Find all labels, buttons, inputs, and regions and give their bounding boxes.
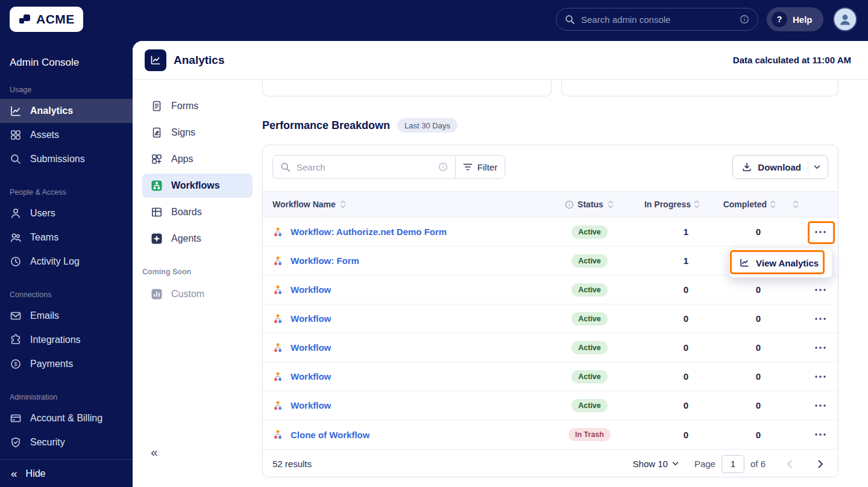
column-header-actions[interactable] (787, 200, 838, 209)
section-label-people: People & Access (10, 188, 123, 196)
row-actions-button[interactable] (811, 310, 829, 327)
workflow-name-link[interactable]: Workflow: Authorize.net Demo Form (291, 227, 447, 237)
sidebar-item-account-billing[interactable]: Account & Billing (0, 406, 133, 430)
hide-label: Hide (26, 468, 46, 479)
sidebar-item-users[interactable]: Users (0, 201, 133, 225)
column-label: Completed (723, 200, 767, 209)
column-label: In Progress (644, 200, 691, 209)
sidebar-hide-button[interactable]: « Hide (0, 459, 133, 487)
section-label-administration: Administration (10, 393, 123, 401)
subnav-item-signs[interactable]: Signs (142, 121, 253, 145)
subnav-item-label: Agents (171, 233, 201, 244)
topbar: ACME ? Help (0, 0, 868, 39)
column-header-completed[interactable]: Completed (710, 200, 787, 209)
user-avatar[interactable] (833, 7, 857, 31)
sidebar-item-assets[interactable]: Assets (0, 123, 133, 147)
subnav-item-boards[interactable]: Boards (142, 200, 253, 224)
chevron-down-icon (672, 462, 679, 466)
table-toolbar: Filter Download (272, 155, 828, 179)
column-header-workflow-name[interactable]: Workflow Name (263, 200, 541, 209)
assets-grid-icon (10, 129, 22, 141)
status-badge: Active (571, 399, 608, 412)
column-header-status[interactable]: Status (541, 200, 638, 209)
sidebar-item-teams[interactable]: Teams (0, 225, 133, 250)
next-page-button[interactable] (813, 456, 828, 472)
page-label: Page (694, 459, 715, 469)
sidebar-item-integrations[interactable]: Integrations (0, 328, 133, 352)
row-actions-button[interactable] (811, 397, 829, 414)
workflow-icon (272, 400, 283, 411)
summary-card-right (561, 80, 838, 96)
sidebar-item-submissions[interactable]: Submissions (0, 147, 133, 171)
sidebar-item-label: Payments (30, 359, 73, 369)
subnav-collapse-button[interactable]: « (151, 445, 158, 459)
filter-label: Filter (477, 162, 497, 172)
row-actions-button[interactable] (811, 224, 829, 240)
info-icon[interactable] (438, 162, 448, 172)
table-row: Clone of Workflow In Trash 0 0 (263, 420, 838, 449)
subnav-item-agents[interactable]: Agents (142, 227, 253, 251)
status-badge: Active (571, 225, 608, 239)
sidebar-item-label: Assets (30, 130, 59, 140)
subnav-item-apps[interactable]: Apps (142, 147, 253, 171)
row-actions-button[interactable] (811, 281, 829, 298)
column-header-in-progress[interactable]: In Progress (638, 200, 710, 209)
info-icon[interactable] (740, 14, 749, 24)
section-title: Performance Breakdown (262, 119, 390, 132)
ellipsis-icon (815, 375, 826, 378)
workflow-name-link[interactable]: Workflow (291, 371, 331, 382)
show-per-page-select[interactable]: Show 10 (633, 459, 679, 469)
row-actions-button[interactable] (811, 339, 829, 356)
workflow-name-link[interactable]: Workflow (291, 342, 331, 353)
previous-page-button[interactable] (781, 456, 797, 472)
sidebar: Admin Console Usage Analytics Assets Sub… (0, 39, 133, 487)
download-label: Download (758, 162, 801, 172)
sidebar-item-label: Account & Billing (30, 413, 102, 424)
help-button[interactable]: ? Help (767, 7, 823, 31)
view-analytics-menu-item[interactable]: View Analytics (733, 252, 828, 274)
admin-search-input[interactable] (581, 14, 734, 25)
dollar-circle-icon: $ (10, 358, 22, 370)
subnav-item-custom: Custom (142, 282, 253, 306)
brand-name: ACME (36, 12, 75, 27)
results-count: 52 results (272, 459, 312, 469)
subnav-item-forms[interactable]: Forms (142, 94, 253, 118)
sidebar-item-label: Submissions (30, 154, 85, 165)
completed-value: 0 (710, 313, 787, 324)
sidebar-item-label: Security (30, 437, 65, 448)
search-icon (10, 153, 22, 165)
workflow-name-link[interactable]: Workflow (291, 313, 331, 324)
table-footer: 52 results Show 10 Page of 6 (263, 449, 838, 478)
sidebar-item-emails[interactable]: Emails (0, 304, 133, 328)
table-row: Workflow Active 0 0 (263, 333, 838, 362)
sidebar-item-security[interactable]: Security (0, 430, 133, 454)
subnav-item-label: Forms (171, 101, 198, 112)
workflow-name-link[interactable]: Workflow (291, 284, 331, 295)
row-actions-button[interactable] (811, 368, 829, 385)
workflow-name-link[interactable]: Clone of Workflow (291, 430, 370, 440)
ellipsis-icon (815, 347, 826, 349)
performance-breakdown-header: Performance Breakdown Last 30 Days (262, 117, 458, 134)
completed-value: 0 (710, 227, 787, 237)
subnav-item-workflows[interactable]: Workflows (142, 174, 253, 198)
workflow-name-link[interactable]: Workflow (291, 400, 331, 410)
page-number-input[interactable] (722, 455, 744, 473)
chart-line-icon (149, 54, 162, 66)
acme-logo-icon (18, 13, 31, 26)
in-progress-value: 0 (638, 371, 710, 382)
person-icon (838, 12, 852, 27)
sidebar-item-analytics[interactable]: Analytics (0, 99, 133, 123)
ellipsis-icon (815, 231, 826, 233)
filter-button[interactable]: Filter (455, 156, 505, 178)
chart-line-icon (10, 105, 22, 117)
row-actions-button[interactable] (811, 426, 829, 443)
sidebar-item-label: Users (30, 208, 55, 219)
table-search-input[interactable] (297, 162, 432, 172)
pagination: Page of 6 (694, 455, 766, 473)
acme-logo[interactable]: ACME (10, 7, 83, 32)
sidebar-item-payments[interactable]: $ Payments (0, 352, 133, 376)
download-button[interactable]: Download (732, 155, 828, 179)
sidebar-item-activity-log[interactable]: Activity Log (0, 250, 133, 274)
workflow-name-link[interactable]: Workflow: Form (291, 256, 359, 266)
column-label: Status (577, 200, 603, 209)
